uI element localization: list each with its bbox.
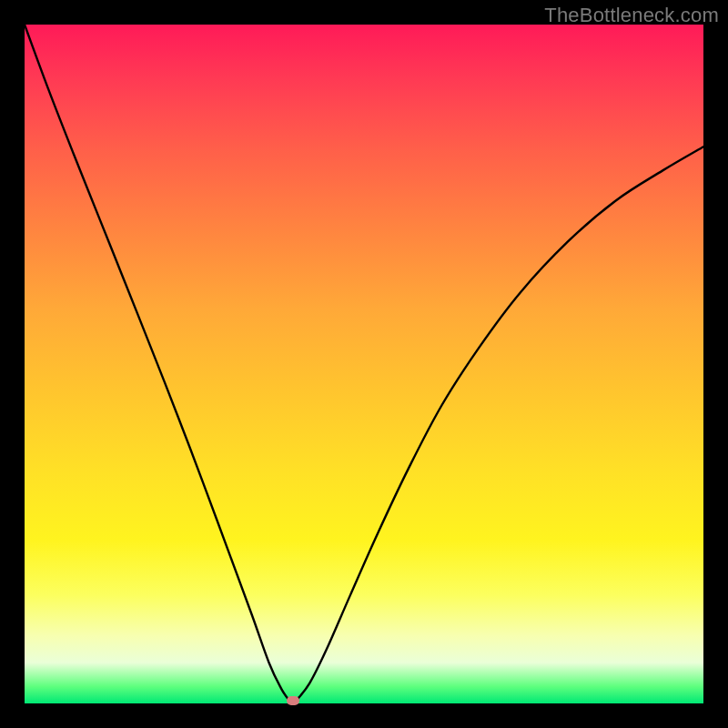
optimum-marker	[287, 696, 299, 705]
plot-area	[25, 25, 703, 703]
attribution-text: TheBottleneck.com	[544, 4, 719, 27]
bottleneck-curve	[25, 25, 703, 703]
curve-right-branch	[296, 147, 703, 701]
curve-left-branch	[25, 25, 289, 701]
